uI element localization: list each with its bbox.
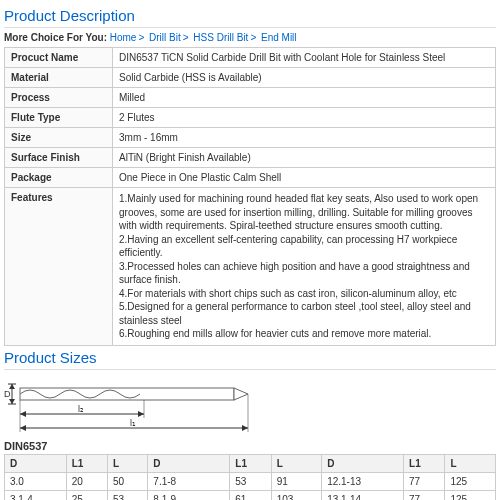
feature-6: 6.Roughing end mills allow for heavier c…: [119, 327, 489, 341]
section-title-description: Product Description: [4, 4, 496, 28]
breadcrumb: More Choice For You: Home> Drill Bit> HS…: [4, 30, 496, 47]
value-size: 3mm - 16mm: [113, 128, 496, 148]
table-row: 3.020507.1-8539112.1-1377125: [5, 472, 496, 490]
label-features: Features: [5, 188, 113, 346]
label-material: Material: [5, 68, 113, 88]
value-flute: 2 Flutes: [113, 108, 496, 128]
crumb-end-mill[interactable]: End Mill: [261, 32, 297, 43]
label-process: Process: [5, 88, 113, 108]
svg-text:l₂: l₂: [78, 404, 84, 414]
value-package: One Piece in One Plastic Calm Shell: [113, 168, 496, 188]
svg-marker-13: [20, 425, 26, 431]
feature-2: 2.Having an excellent self-centering cap…: [119, 233, 489, 260]
drill-diagram: D l₂ l₁: [4, 372, 496, 438]
table-row: 3.1-425538.1-96110313.1-1477125: [5, 490, 496, 500]
din-label: DIN6537: [4, 438, 496, 454]
label-name: Procuct Name: [5, 48, 113, 68]
label-package: Package: [5, 168, 113, 188]
feature-1: 1.Mainly used for machining round headed…: [119, 192, 489, 233]
label-flute: Flute Type: [5, 108, 113, 128]
feature-4: 4.For materials with short chips such as…: [119, 287, 489, 301]
value-surface: AlTiN (Bright Finish Available): [113, 148, 496, 168]
feature-3: 3.Processed holes can achieve high posit…: [119, 260, 489, 287]
feature-5: 5.Designed for a general performance to …: [119, 300, 489, 327]
section-title-sizes: Product Sizes: [4, 346, 496, 370]
value-name: DIN6537 TiCN Solid Carbide Drill Bit wit…: [113, 48, 496, 68]
more-choice-label: More Choice For You:: [4, 32, 107, 43]
sizes-table: DL1L DL1L DL1L 3.020507.1-8539112.1-1377…: [4, 454, 496, 501]
svg-marker-14: [242, 425, 248, 431]
value-process: Milled: [113, 88, 496, 108]
crumb-drill-bit[interactable]: Drill Bit: [149, 32, 181, 43]
sizes-header: DL1L DL1L DL1L: [5, 454, 496, 472]
crumb-home[interactable]: Home: [110, 32, 137, 43]
value-features: 1.Mainly used for machining round headed…: [113, 188, 496, 346]
value-material: Solid Carbide (HSS is Available): [113, 68, 496, 88]
svg-marker-4: [9, 399, 15, 404]
label-size: Size: [5, 128, 113, 148]
svg-marker-10: [138, 411, 144, 417]
svg-marker-9: [20, 411, 26, 417]
crumb-hss[interactable]: HSS Drill Bit: [193, 32, 248, 43]
label-surface: Surface Finish: [5, 148, 113, 168]
svg-text:D: D: [4, 389, 11, 399]
svg-text:l₁: l₁: [130, 418, 136, 428]
spec-table: Procuct NameDIN6537 TiCN Solid Carbide D…: [4, 47, 496, 346]
svg-marker-7: [234, 388, 248, 400]
